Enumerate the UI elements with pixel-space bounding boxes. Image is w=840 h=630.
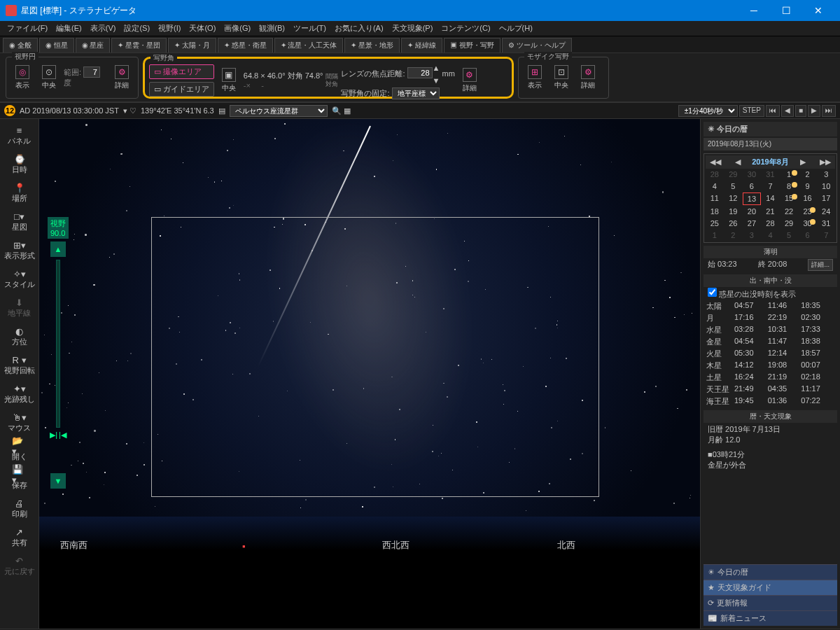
menu-item[interactable]: コンテンツ(C) <box>437 22 494 35</box>
fov-show-button[interactable]: ◎表示 <box>10 64 34 92</box>
cal-prev-year[interactable]: ◀◀ <box>707 158 724 167</box>
step-button[interactable]: STEP <box>739 105 764 117</box>
calendar-day[interactable]: 28 <box>762 218 780 229</box>
coordinates[interactable]: 139°42'E 35°41'N 6.3 <box>141 106 214 115</box>
mosaic-center-button[interactable]: ⊡中央 <box>550 64 573 92</box>
calendar-day[interactable]: 19 <box>724 206 743 217</box>
menu-item[interactable]: 観測(B) <box>255 22 289 35</box>
menu-item[interactable]: 視野(I) <box>154 22 185 35</box>
calendar-day[interactable]: 11 <box>706 192 724 205</box>
menu-item[interactable]: ツール(T) <box>289 22 330 35</box>
frame-center-button[interactable]: ▣中央 <box>217 66 241 94</box>
calendar-day[interactable]: 26 <box>724 218 743 229</box>
cal-next-month[interactable]: ▶ <box>797 158 808 167</box>
calendar-day[interactable]: 3 <box>817 169 835 180</box>
sidebar-item[interactable]: ⌚日時 <box>1 150 37 178</box>
fov-track[interactable] <box>56 260 60 428</box>
menu-item[interactable]: 天文現象(P) <box>388 22 438 35</box>
fov-down-button[interactable]: ▼ <box>50 473 66 489</box>
sidebar-item[interactable]: ✦▾光跡残し <box>1 380 37 407</box>
skip-fwd-button[interactable]: ⏭ <box>822 105 836 117</box>
calendar-day[interactable]: 23 <box>799 206 817 217</box>
focal-length-input[interactable] <box>407 67 433 78</box>
cal-next-year[interactable]: ▶▶ <box>817 158 834 167</box>
ribbon-tab[interactable]: ✦ 経緯線 <box>401 38 442 52</box>
calendar-day[interactable]: 21 <box>762 206 780 217</box>
panel-tab[interactable]: ☀今日の暦 <box>704 564 837 580</box>
capture-frame[interactable] <box>151 217 599 497</box>
menu-item[interactable]: 天体(O) <box>185 22 220 35</box>
sidebar-item[interactable]: 🖱▾マウス <box>1 409 37 436</box>
sidebar-item[interactable]: ≡パネル <box>1 122 37 149</box>
sidebar-item[interactable]: ✧▾スタイル <box>1 265 37 293</box>
calendar-day[interactable]: 8 <box>780 181 798 192</box>
ribbon-tab[interactable]: ◉ 恒星 <box>39 38 74 52</box>
calendar-day[interactable]: 2 <box>799 169 817 180</box>
panel-tab[interactable]: 📰新着ニュース <box>704 610 837 626</box>
calendar-day[interactable]: 14 <box>762 192 780 205</box>
sidebar-item[interactable]: 📂▾開く <box>1 438 37 465</box>
calendar-day[interactable]: 5 <box>724 181 743 192</box>
stop-button[interactable]: ■ <box>795 105 806 117</box>
calendar-day[interactable]: 10 <box>817 181 835 192</box>
ribbon-tab[interactable]: ◉ 全般 <box>3 38 38 52</box>
play-button[interactable]: ▶ <box>808 105 820 117</box>
panel-tab[interactable]: ★天文現象ガイド <box>704 580 837 595</box>
calendar-day[interactable]: 27 <box>743 218 761 229</box>
calendar-day[interactable]: 22 <box>780 206 798 217</box>
menu-item[interactable]: 表示(V) <box>86 22 120 35</box>
calendar-day[interactable]: 7 <box>762 181 780 192</box>
target-select[interactable]: ペルセウス座流星群 <box>230 105 328 117</box>
calendar-day[interactable]: 30 <box>799 218 817 229</box>
fov-center-button[interactable]: ⊙中央 <box>37 64 61 92</box>
guide-area-button[interactable]: ▭ ガイドエリア <box>149 82 214 97</box>
ribbon-tab[interactable]: ⚙ ツール・ヘルプ <box>502 38 572 52</box>
sidebar-item[interactable]: ⬇地平線 <box>1 294 37 321</box>
sidebar-item[interactable]: ◐方位 <box>1 323 37 350</box>
capture-area-button[interactable]: ▭ 撮像エリア <box>149 64 214 79</box>
calendar-day[interactable]: 17 <box>817 192 835 205</box>
panel-tab[interactable]: ⟳更新情報 <box>704 595 837 610</box>
ribbon-tab[interactable]: ◉ 星座 <box>76 38 111 52</box>
calendar-day[interactable]: 1 <box>780 169 798 180</box>
ribbon-tab[interactable]: ✦ 流星・人工天体 <box>274 38 344 52</box>
ribbon-tab[interactable]: ✦ 星景・地形 <box>344 38 400 52</box>
menu-item[interactable]: ヘルプ(H) <box>495 22 537 35</box>
speed-select[interactable]: ±1分40秒/秒 <box>678 105 738 117</box>
calendar-day[interactable]: 6 <box>743 181 761 192</box>
calendar-day[interactable]: 29 <box>780 218 798 229</box>
frame-fix-select[interactable]: 地平座標 <box>392 88 440 99</box>
calendar-day[interactable]: 13 <box>743 192 761 205</box>
fov-range-input[interactable] <box>83 66 100 78</box>
sidebar-item[interactable]: ⊞▾表示形式 <box>1 237 37 264</box>
fov-up-button[interactable]: ▲ <box>50 241 66 257</box>
planet-rise-checkbox[interactable] <box>708 288 717 297</box>
calendar-day[interactable]: 20 <box>743 206 761 217</box>
sidebar-item[interactable]: 🖨印刷 <box>1 495 37 522</box>
calendar-day[interactable]: 4 <box>706 181 724 192</box>
calendar-day[interactable]: 18 <box>706 206 724 217</box>
menu-item[interactable]: 設定(S) <box>120 22 154 35</box>
ribbon-tab[interactable]: ▣ 視野・写野 <box>444 38 500 52</box>
calendar-day[interactable]: 15 <box>780 192 798 205</box>
calendar-day[interactable]: 24 <box>817 206 835 217</box>
calendar-day[interactable]: 9 <box>799 181 817 192</box>
ribbon-tab[interactable]: ✦ 惑星・衛星 <box>218 38 273 52</box>
menu-item[interactable]: 編集(E) <box>52 22 86 35</box>
minimize-button[interactable]: ─ <box>738 0 770 21</box>
menu-item[interactable]: お気に入り(A) <box>330 22 388 35</box>
calendar-day[interactable]: 25 <box>706 218 724 229</box>
menu-item[interactable]: ファイル(F) <box>3 22 52 35</box>
close-button[interactable]: ✕ <box>802 0 834 21</box>
sidebar-item[interactable]: ↗共有 <box>1 524 37 551</box>
maximize-button[interactable]: ☐ <box>770 0 802 21</box>
mosaic-detail-button[interactable]: ⚙詳細 <box>576 64 600 92</box>
ribbon-tab[interactable]: ✦ 星雲・星団 <box>111 38 167 52</box>
mosaic-show-button[interactable]: ⊞表示 <box>523 64 547 92</box>
calendar-day[interactable]: 16 <box>799 192 817 205</box>
sidebar-item[interactable]: □▾星図 <box>1 208 37 235</box>
date-time[interactable]: AD 2019/08/13 03:30:00 JST <box>20 106 119 115</box>
sidebar-item[interactable]: 📍場所 <box>1 179 37 206</box>
calendar-day[interactable]: 31 <box>817 218 835 229</box>
sidebar-item[interactable]: R ▾視野回転 <box>1 351 37 379</box>
